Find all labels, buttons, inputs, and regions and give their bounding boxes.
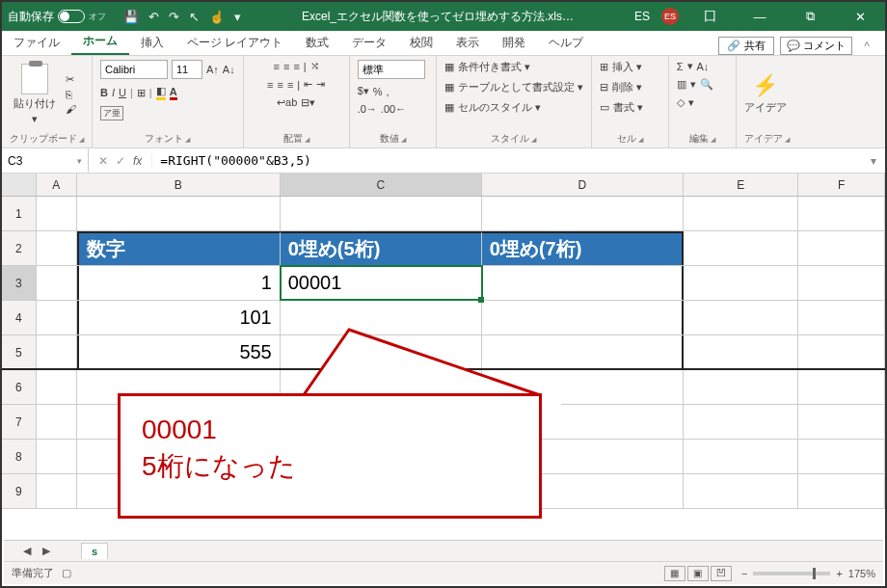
zoom-level[interactable]: 175% [848, 568, 875, 579]
format-cells-button[interactable]: ▭書式 ▾ [600, 100, 643, 115]
expand-formula-bar-icon[interactable]: ▾ [862, 154, 885, 168]
format-as-table-button[interactable]: ▦テーブルとして書式設定 ▾ [444, 80, 583, 94]
minimize-icon[interactable]: — [740, 10, 779, 24]
fx-icon[interactable]: fx [133, 154, 142, 168]
number-format-select[interactable] [358, 60, 425, 79]
cell-d3[interactable] [482, 266, 684, 300]
cell-c2[interactable]: 0埋め(5桁) [281, 231, 482, 265]
currency-icon[interactable]: $▾ [358, 85, 369, 97]
row-header[interactable]: 1 [2, 197, 37, 230]
tab-insert[interactable]: 挿入 [129, 31, 175, 55]
select-all-corner[interactable] [2, 174, 37, 196]
cell-c4[interactable] [281, 301, 482, 334]
bold-button[interactable]: B [100, 87, 108, 98]
insert-cells-button[interactable]: ⊞挿入 ▾ [600, 60, 642, 74]
italic-button[interactable]: I [112, 87, 115, 98]
row-header[interactable]: 4 [2, 301, 37, 334]
tab-developer[interactable]: 開発 [491, 31, 537, 55]
font-color-button[interactable]: A [170, 86, 177, 100]
align-left-icon[interactable]: ≡ [267, 79, 273, 91]
maximize-icon[interactable]: ⧉ [791, 9, 829, 24]
comma-icon[interactable]: , [387, 86, 390, 97]
font-name-input[interactable] [100, 60, 168, 79]
copy-icon[interactable]: ⎘ [66, 89, 76, 100]
fill-icon[interactable]: ▥ [677, 78, 686, 91]
col-header-c[interactable]: C [281, 174, 482, 196]
undo-icon[interactable]: ↶ [148, 10, 159, 24]
autosave-toggle[interactable]: 自動保存 オフ [8, 9, 106, 25]
tab-review[interactable]: 校閲 [398, 31, 444, 55]
delete-cells-button[interactable]: ⊟削除 ▾ [600, 80, 642, 94]
zoom-slider[interactable] [753, 572, 830, 575]
autosum-icon[interactable]: Σ [677, 61, 684, 72]
col-header-b[interactable]: B [77, 174, 281, 196]
formula-input[interactable]: =RIGHT("00000"&B3,5) [152, 153, 862, 168]
enter-formula-icon[interactable]: ✓ [116, 154, 125, 168]
tab-view[interactable]: 表示 [444, 31, 491, 55]
name-box[interactable]: C3 ▾ [2, 148, 89, 173]
macro-record-icon[interactable]: ▢ [62, 567, 71, 579]
touch-mode-icon[interactable]: ☝ [209, 10, 225, 24]
cell-d5[interactable] [482, 335, 684, 368]
cell-d2[interactable]: 0埋め(7桁) [482, 231, 684, 265]
align-bot-icon[interactable]: ≡ [293, 61, 299, 72]
tab-page-layout[interactable]: ページ レイアウト [175, 31, 294, 55]
collapse-ribbon-icon[interactable]: ^ [858, 40, 875, 53]
align-right-icon[interactable]: ≡ [287, 79, 293, 91]
view-page-break-icon[interactable]: 凹 [711, 566, 732, 581]
comments-button[interactable]: 💬コメント [780, 37, 852, 55]
decrease-decimal-icon[interactable]: .00← [381, 103, 406, 115]
row-header[interactable]: 8 [2, 440, 37, 473]
share-button[interactable]: 🔗共有 [718, 37, 774, 55]
paste-button[interactable]: 貼り付け ▾ [10, 62, 60, 127]
row-header[interactable]: 5 [2, 335, 37, 368]
sort-filter-icon[interactable]: A↓ [697, 61, 710, 72]
ideas-button[interactable]: ⚡ アイデア [744, 73, 787, 115]
row-header[interactable]: 3 [2, 266, 37, 300]
cell-b4[interactable]: 101 [77, 301, 281, 334]
cell-b3[interactable]: 1 [77, 266, 281, 300]
format-painter-icon[interactable]: 🖌 [66, 103, 76, 115]
cell-d4[interactable] [482, 301, 684, 334]
font-size-input[interactable] [172, 60, 202, 79]
cell-styles-button[interactable]: ▦セルのスタイル ▾ [444, 100, 541, 115]
cut-icon[interactable]: ✂ [66, 73, 76, 86]
conditional-formatting-button[interactable]: ▦条件付き書式 ▾ [444, 60, 530, 74]
save-icon[interactable]: 💾 [123, 10, 139, 24]
sheet-nav-prev-icon[interactable]: ◀ [23, 545, 31, 557]
zoom-out-icon[interactable]: − [741, 568, 747, 579]
col-header-d[interactable]: D [482, 174, 684, 196]
align-center-icon[interactable]: ≡ [278, 79, 283, 91]
col-header-f[interactable]: F [798, 174, 885, 196]
clear-icon[interactable]: ◇ [677, 96, 685, 109]
indent-inc-icon[interactable]: ⇥ [316, 78, 325, 91]
qat-dropdown-icon[interactable]: ▾ [234, 10, 241, 24]
tab-file[interactable]: ファイル [2, 31, 71, 55]
percent-icon[interactable]: % [373, 86, 383, 97]
row-header[interactable]: 6 [2, 370, 37, 404]
cell-b5[interactable]: 555 [77, 335, 281, 368]
ruby-icon[interactable]: ア亜 [100, 106, 123, 120]
avatar[interactable]: ES [661, 8, 679, 25]
decrease-font-icon[interactable]: A↓ [223, 64, 235, 75]
border-button[interactable]: ⊞ [137, 87, 146, 99]
col-header-e[interactable]: E [684, 174, 798, 196]
tab-home[interactable]: ホーム [71, 29, 129, 55]
tab-formulas[interactable]: 数式 [294, 31, 340, 55]
cursor-mode-icon[interactable]: ↖ [189, 10, 200, 24]
increase-font-icon[interactable]: A↑ [206, 64, 219, 75]
sheet-nav-next-icon[interactable]: ▶ [42, 545, 50, 557]
zoom-in-icon[interactable]: + [836, 568, 842, 579]
indent-dec-icon[interactable]: ⇤ [304, 78, 312, 91]
cell-b2[interactable]: 数字 [77, 231, 281, 265]
cell-c3[interactable]: 00001 [281, 266, 482, 300]
merge-icon[interactable]: ⊟▾ [301, 96, 315, 109]
view-page-layout-icon[interactable]: ▣ [687, 566, 709, 581]
underline-button[interactable]: U [119, 87, 126, 98]
row-header[interactable]: 7 [2, 405, 37, 439]
align-mid-icon[interactable]: ≡ [283, 61, 289, 72]
row-header[interactable]: 9 [2, 474, 37, 508]
align-top-icon[interactable]: ≡ [274, 61, 280, 72]
tab-help[interactable]: ヘルプ [537, 31, 595, 55]
view-normal-icon[interactable]: ▦ [664, 566, 685, 581]
